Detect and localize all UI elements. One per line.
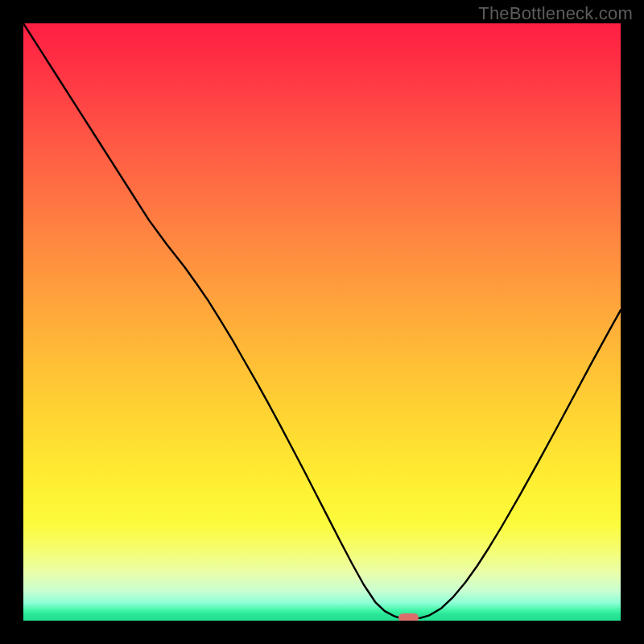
bottleneck-curve [23, 23, 621, 621]
watermark-label: TheBottleneck.com [478, 3, 633, 24]
optimal-point-marker [398, 613, 418, 621]
chart-frame: TheBottleneck.com [0, 0, 644, 644]
plot-area [23, 23, 621, 621]
